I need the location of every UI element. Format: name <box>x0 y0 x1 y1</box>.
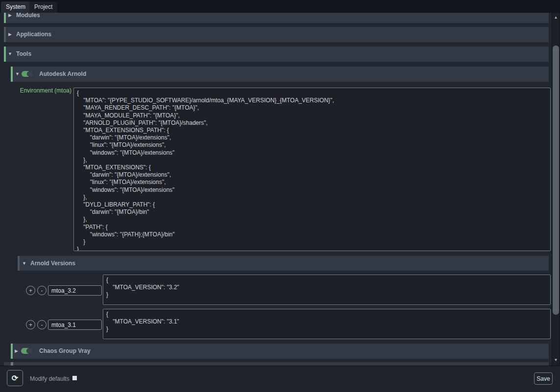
section-header-applications[interactable]: ▶ Applications <box>4 27 549 42</box>
environment-mtoa-json-editor[interactable]: { "MTOA": "{PYPE_STUDIO_SOFTWARE}/arnold… <box>73 88 551 251</box>
expanded-arrow-icon: ▼ <box>8 46 12 62</box>
section-header-chaos-group-vray[interactable]: ▶ Chaos Group Vray <box>11 344 549 359</box>
scrollbar-thumb[interactable] <box>553 46 559 315</box>
remove-version-button[interactable]: - <box>37 320 47 329</box>
toggle-knob <box>27 71 33 77</box>
settings-scroll-area: ▶ Modules ▶ Applications ▼ Tools ▼ Autod… <box>0 13 552 366</box>
vertical-scrollbar[interactable]: ▲ ▼ <box>552 13 560 366</box>
vray-enabled-toggle[interactable] <box>21 348 32 354</box>
section-label-arnold-versions: Arnold Versions <box>30 256 75 271</box>
add-version-button[interactable]: + <box>26 320 35 329</box>
save-button[interactable]: Save <box>534 372 553 385</box>
vray-state-bar <box>11 344 13 359</box>
section-header-arnold-versions[interactable]: ▼ Arnold Versions <box>18 256 549 271</box>
collapsed-arrow-icon: ▶ <box>8 27 12 42</box>
section-header-tools[interactable]: ▼ Tools <box>4 46 549 62</box>
environment-mtoa-label: Environment (mtoa) <box>13 87 71 94</box>
toggle-knob <box>26 348 32 354</box>
modify-defaults-label: Modify defaults <box>30 375 70 382</box>
section-label-autodesk-arnold: Autodesk Arnold <box>39 67 86 82</box>
arnold-state-bar <box>11 67 13 82</box>
refresh-button[interactable]: ⟳ <box>7 370 23 386</box>
collapsed-arrow-icon: ▶ <box>8 13 12 23</box>
tab-system[interactable]: System <box>1 1 30 13</box>
section-label-tools: Tools <box>16 46 31 62</box>
version-json-editor[interactable]: { "MTOA_VERSION": "3.1" } <box>103 309 551 339</box>
modify-defaults-checkbox[interactable] <box>72 376 77 380</box>
expanded-arrow-icon: ▼ <box>15 67 20 82</box>
version-key-input[interactable] <box>48 320 102 330</box>
clipped-next-section-header[interactable] <box>4 362 549 366</box>
clipped-state-bar <box>11 362 13 366</box>
scroll-up-arrow-icon[interactable]: ▲ <box>552 14 560 21</box>
arnold-versions-state-bar <box>18 256 20 271</box>
expanded-arrow-icon: ▼ <box>22 256 26 271</box>
version-json-editor[interactable]: { "MTOA_VERSION": "3.2" } <box>103 275 551 305</box>
section-header-modules[interactable]: ▶ Modules <box>4 13 549 23</box>
applications-state-bar <box>4 27 6 42</box>
version-key-input[interactable] <box>48 285 102 296</box>
collapsed-arrow-icon: ▶ <box>15 344 18 359</box>
remove-version-button[interactable]: - <box>37 286 47 295</box>
modules-state-bar <box>4 13 6 23</box>
tab-bar: System Project <box>0 0 560 13</box>
footer-bar: ⟳ Modify defaults Save <box>0 366 560 392</box>
add-version-button[interactable]: + <box>26 286 35 295</box>
tab-project[interactable]: Project <box>29 1 57 13</box>
scroll-down-arrow-icon[interactable]: ▼ <box>552 356 560 364</box>
settings-window: System Project ▶ Modules ▶ Applications … <box>0 0 560 392</box>
section-label-chaos-group-vray: Chaos Group Vray <box>39 344 91 359</box>
section-label-applications: Applications <box>16 27 51 42</box>
arnold-enabled-toggle[interactable] <box>22 71 33 77</box>
tools-state-bar <box>4 46 6 62</box>
section-header-autodesk-arnold[interactable]: ▼ Autodesk Arnold <box>11 67 549 82</box>
section-label-modules: Modules <box>16 13 40 23</box>
